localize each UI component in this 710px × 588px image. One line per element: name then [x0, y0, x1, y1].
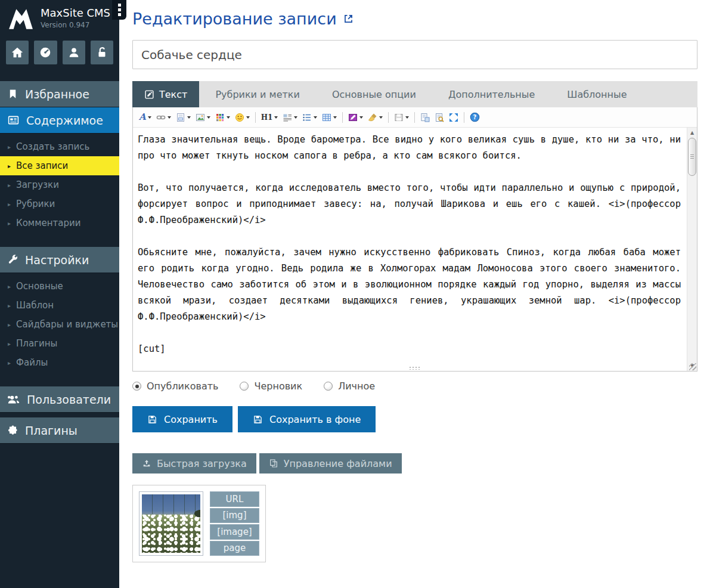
editor-scrollbar[interactable]: ▲ ▼	[687, 128, 697, 371]
sidebar: MaxSite CMS Version 0.947	[0, 0, 119, 588]
profile-button[interactable]	[63, 41, 85, 64]
resize-grip-corner[interactable]	[689, 363, 696, 370]
scroll-up-arrow-icon[interactable]: ▲	[687, 128, 697, 137]
home-button[interactable]	[6, 41, 29, 64]
attachment-thumbnail[interactable]	[139, 491, 203, 556]
dashboard-button[interactable]	[34, 41, 57, 64]
heading-button[interactable]: H1	[259, 113, 281, 122]
attachment-img-button[interactable]: [img]	[210, 508, 259, 524]
radio-icon	[324, 382, 333, 391]
sidebar-item-files[interactable]: ▸Файлы	[0, 353, 119, 372]
toolbar-separator	[342, 112, 343, 123]
caret-right-icon: ▸	[8, 182, 11, 188]
editor-tabs: Текст Рубрики и метки Основные опции Доп…	[132, 81, 697, 107]
sidebar-section-plugins[interactable]: Плагины	[0, 417, 119, 444]
sidebar-section-settings[interactable]: Настройки	[0, 247, 119, 273]
insert-template-button[interactable]	[173, 112, 193, 123]
radio-publish[interactable]: Опубликовать	[132, 380, 218, 392]
section-label: Содержимое	[26, 114, 103, 127]
sidebar-item-comments[interactable]: ▸Комментарии	[0, 213, 119, 233]
radio-private[interactable]: Личное	[324, 380, 375, 392]
tab-template[interactable]: Шаблонные	[551, 81, 643, 107]
save-background-button[interactable]: Сохранить в фоне	[238, 406, 376, 432]
attachment-page-button[interactable]: page	[210, 541, 259, 556]
sidebar-section-favorites[interactable]: Избранное	[0, 81, 119, 107]
paragraph-button[interactable]	[280, 112, 300, 123]
attachment-image-button[interactable]: [image]	[210, 524, 259, 540]
logout-button[interactable]	[91, 41, 113, 64]
files-icon	[269, 459, 278, 468]
upload-icon	[142, 459, 151, 468]
tab-categories-tags[interactable]: Рубрики и метки	[199, 81, 315, 107]
sidebar-item-uploads[interactable]: ▸Загрузки	[0, 175, 119, 194]
smiley-button[interactable]	[232, 112, 252, 123]
image-button[interactable]	[193, 112, 213, 123]
sidebar-item-categories[interactable]: ▸Рубрики	[0, 194, 119, 213]
caret-right-icon: ▸	[8, 163, 11, 169]
scrollbar-thumb[interactable]	[688, 138, 696, 176]
toolbar-separator	[255, 112, 256, 123]
list-icon	[302, 113, 312, 122]
resize-grip-horizontal[interactable]	[409, 366, 421, 370]
dropdown-caret-icon	[294, 116, 297, 119]
file-manager-button[interactable]: Управление файлами	[259, 453, 402, 474]
help-icon: ?	[470, 112, 480, 122]
section-label: Избранное	[25, 88, 89, 101]
settings-submenu: ▸Основные ▸Шаблон ▸Сайдбары и виджеты ▸П…	[0, 273, 119, 378]
quick-buttons	[0, 37, 119, 73]
autosave-icon	[394, 113, 404, 122]
caret-right-icon: ▸	[8, 360, 11, 366]
sidebar-menu: Избранное Содержимое ▸Создать запись ▸Вс…	[0, 81, 119, 444]
attachment-url-button[interactable]: URL	[210, 491, 259, 507]
dropdown-caret-icon	[379, 116, 383, 119]
post-content-textarea[interactable]: Глаза значительная вещь. Вроде барометра…	[133, 128, 687, 371]
save-button[interactable]: Сохранить	[132, 406, 232, 432]
clean-format-button[interactable]	[365, 112, 385, 123]
daisy-field-image	[142, 494, 200, 553]
save-icon	[147, 414, 157, 425]
sidebar-section-content[interactable]: Содержимое	[0, 107, 119, 134]
table-button[interactable]	[320, 112, 339, 123]
brand: MaxSite CMS Version 0.947	[0, 0, 119, 37]
image-icon	[196, 113, 205, 122]
caret-right-icon: ▸	[8, 302, 11, 309]
section-label: Плагины	[25, 424, 77, 437]
fullscreen-button[interactable]	[447, 112, 461, 123]
list-button[interactable]	[300, 112, 320, 123]
sidebar-item-general[interactable]: ▸Основные	[0, 277, 119, 296]
sidebar-toggle-button[interactable]	[112, 0, 126, 20]
insert-template-icon	[176, 113, 185, 122]
caret-right-icon: ▸	[8, 321, 11, 328]
status-options: Опубликовать Черновик Личное	[132, 380, 697, 392]
tab-text[interactable]: Текст	[132, 81, 199, 107]
radio-icon	[132, 382, 141, 391]
post-title-input[interactable]	[132, 40, 697, 69]
sidebar-item-all-posts[interactable]: ▸Все записи	[0, 156, 119, 175]
quick-upload-button[interactable]: Быстрая загрузка	[132, 453, 256, 474]
link-button[interactable]	[154, 112, 173, 123]
sidebar-item-plugins[interactable]: ▸Плагины	[0, 334, 119, 353]
sidebar-item-template[interactable]: ▸Шаблон	[0, 296, 119, 315]
sidebar-item-create-post[interactable]: ▸Создать запись	[0, 137, 119, 156]
font-style-button[interactable]: A	[137, 112, 154, 123]
sidebar-item-sidebars-widgets[interactable]: ▸Сайдбары и виджеты	[0, 315, 119, 334]
radio-icon	[240, 382, 249, 391]
sidebar-section-users[interactable]: Пользователи	[0, 386, 119, 413]
copy-button[interactable]	[418, 112, 432, 123]
help-button[interactable]: ?	[467, 111, 482, 123]
editor-toolbar: A	[133, 107, 697, 128]
toolbar-separator	[464, 112, 464, 123]
radio-draft[interactable]: Черновик	[240, 380, 302, 392]
external-link-icon[interactable]	[343, 13, 354, 24]
dropdown-caret-icon	[207, 116, 210, 119]
color-palette-button[interactable]	[213, 112, 232, 123]
autosave-button[interactable]	[392, 112, 411, 123]
tab-additional[interactable]: Дополнительные	[432, 81, 551, 107]
preview-button[interactable]	[432, 112, 447, 123]
html-editor-button[interactable]	[346, 112, 365, 123]
section-label: Настройки	[25, 253, 89, 267]
unlock-icon	[95, 46, 108, 59]
attachment-actions: URL [img] [image] page	[210, 491, 259, 556]
tab-main-options[interactable]: Основные опции	[316, 81, 432, 107]
attachment-card: URL [img] [image] page	[132, 485, 266, 562]
